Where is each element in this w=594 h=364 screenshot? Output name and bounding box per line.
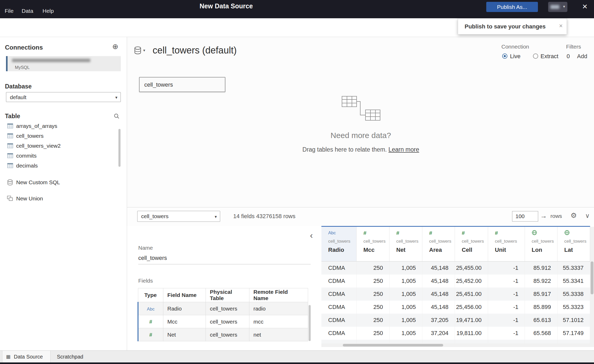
- chevron-down-icon[interactable]: ∨: [585, 212, 590, 219]
- extract-radio-label[interactable]: Extract: [541, 53, 558, 60]
- column-header-cell[interactable]: # cell_towers Cell: [455, 227, 488, 261]
- new-custom-sql-button[interactable]: New Custom SQL: [0, 178, 119, 187]
- name-label: Name: [138, 245, 153, 251]
- data-grid-toolbar: cell_towers ▾ 14 fields 43276158 rows 10…: [127, 207, 594, 226]
- sidebar-item-decimals[interactable]: decimals: [0, 161, 119, 171]
- grid-cell: 45,148: [422, 261, 455, 275]
- number-type-icon: #: [363, 230, 389, 237]
- column-header-lon[interactable]: cell_towers Lon: [525, 227, 557, 261]
- column-header-mcc[interactable]: # cell_towers Mcc: [357, 227, 389, 261]
- column-header-net[interactable]: # cell_towers Net: [389, 227, 422, 261]
- table-icon: [7, 143, 13, 149]
- grid-vertical-scrollbar[interactable]: [590, 227, 594, 347]
- new-custom-sql-label: New Custom SQL: [16, 179, 60, 186]
- field-row-radio[interactable]: Abc Radio cell_towers radio: [138, 302, 308, 315]
- menu-help[interactable]: Help: [43, 8, 54, 14]
- publish-as-button[interactable]: Publish As...: [486, 2, 538, 12]
- column-header-lat[interactable]: cell_towers Lat: [557, 227, 590, 261]
- grid-cell: 25,451.00: [455, 288, 488, 301]
- grid-cell: 55.3337: [557, 261, 590, 275]
- scrollbar-thumb[interactable]: [591, 261, 593, 294]
- row-limit-value: 100: [515, 213, 525, 219]
- tab-data-source[interactable]: ▦ Data Source: [2, 351, 51, 363]
- row-limit-apply-icon[interactable]: →: [540, 212, 547, 220]
- column-table-label: cell_towers: [462, 239, 488, 244]
- sidebar-item-cell_towers_view2[interactable]: cell_towers_view2: [0, 141, 119, 151]
- live-radio[interactable]: [502, 53, 507, 59]
- grid-cell: -1: [488, 261, 525, 275]
- column-header-radio[interactable]: Abc cell_towers Radio: [321, 227, 357, 261]
- grid-body: CDMA 250 1,005 45,148 25,455.00 -1 85.91…: [321, 261, 590, 347]
- fields-table-scrollbar[interactable]: [309, 305, 311, 341]
- learn-more-link[interactable]: Learn more: [388, 146, 419, 153]
- sidebar-item-cell_towers[interactable]: cell_towers: [0, 131, 119, 141]
- field-name-cell: Mcc: [163, 315, 206, 328]
- row-limit-input[interactable]: 100: [512, 211, 538, 222]
- number-type-icon: #: [495, 230, 525, 237]
- physical-table-cell: cell_towers: [206, 302, 249, 315]
- need-more-data-text: Need more data?: [331, 131, 391, 140]
- physical-table-cell: cell_towers: [206, 315, 249, 328]
- add-connection-icon[interactable]: ⊕: [112, 42, 118, 51]
- filters-count: 0: [567, 53, 570, 60]
- rows-label: rows: [550, 213, 562, 219]
- filters-add-button[interactable]: Add: [577, 53, 587, 60]
- chevron-down-icon: ▾: [563, 4, 565, 9]
- number-type-icon: #: [149, 319, 152, 325]
- window-close-button[interactable]: ×: [582, 1, 587, 11]
- physical-table-cell: cell_towers: [206, 328, 249, 341]
- column-name: Mcc: [363, 247, 389, 253]
- tab-scratchpad[interactable]: Scratchpad: [57, 351, 83, 363]
- user-name-redacted: [550, 5, 559, 9]
- search-icon[interactable]: [114, 113, 119, 120]
- grid-cell: 25,455.00: [455, 261, 488, 275]
- menu-file[interactable]: File: [5, 8, 14, 14]
- union-icon: [7, 196, 13, 202]
- menu-data[interactable]: Data: [22, 8, 33, 14]
- grid-horizontal-scrollbar[interactable]: [321, 343, 590, 347]
- collapse-panel-icon[interactable]: ‹: [310, 231, 313, 239]
- user-menu[interactable]: ▾: [548, 2, 567, 12]
- grid-cell: -1: [488, 314, 525, 327]
- database-select[interactable]: default ▾: [6, 92, 121, 102]
- tableau-window: File Data Help New Data Source Publish A…: [0, 0, 594, 364]
- grid-cell: -1: [488, 275, 525, 288]
- table-name: commits: [16, 153, 37, 159]
- grid-cell: 55.3338: [557, 288, 590, 301]
- datasource-title: cell_towers (default): [153, 45, 237, 56]
- field-row-mcc[interactable]: # Mcc cell_towers mcc: [138, 315, 308, 328]
- table-icon: [7, 163, 13, 169]
- chevron-down-icon[interactable]: ▾: [143, 48, 145, 53]
- grid-row: CDMA 250 1,005 45,148 25,455.00 -1 85.91…: [321, 261, 590, 275]
- field-row-net[interactable]: # Net cell_towers net: [138, 328, 308, 341]
- gear-icon[interactable]: ⚙: [571, 211, 577, 220]
- database-select-value: default: [10, 94, 26, 100]
- datasource-icon[interactable]: [134, 46, 141, 55]
- extract-radio[interactable]: [533, 53, 538, 59]
- tooltip-close-icon[interactable]: ×: [559, 22, 563, 29]
- table-node-cell_towers[interactable]: cell_towers: [139, 77, 225, 92]
- sidebar-item-arrays_of_arrays[interactable]: arrays_of_arrays: [0, 121, 119, 131]
- grid-cell: 25,452.00: [455, 275, 488, 288]
- grid-row: CDMA 250 1,005 37,205 19,471.00 -1 65.61…: [321, 314, 590, 327]
- connection-item[interactable]: MySQL: [6, 56, 121, 71]
- grid-cell: 45,148: [422, 288, 455, 301]
- grid-cell: 250: [357, 327, 389, 340]
- scrollbar-thumb[interactable]: [343, 344, 443, 347]
- grid-table-selector[interactable]: cell_towers ▾: [137, 211, 220, 222]
- sidebar-scrollbar[interactable]: [118, 129, 121, 167]
- sidebar-item-commits[interactable]: commits: [0, 151, 119, 161]
- window-bottom-edge: [0, 362, 594, 364]
- string-type-icon: Abc: [147, 307, 154, 312]
- grid-cell: 1,005: [389, 327, 422, 340]
- grid-cell: 19,471.00: [455, 314, 488, 327]
- grid-cell: 45,148: [422, 275, 455, 288]
- name-input[interactable]: cell_towers: [138, 255, 167, 261]
- column-table-label: cell_towers: [495, 239, 525, 244]
- column-header-area[interactable]: # cell_towers Area: [422, 227, 455, 261]
- tooltip-text: Publish to save your changes: [465, 23, 546, 30]
- column-header-unit[interactable]: # cell_towers Unit: [488, 227, 525, 261]
- live-radio-label[interactable]: Live: [510, 53, 520, 60]
- column-table-label: cell_towers: [396, 239, 422, 244]
- new-union-button[interactable]: New Union: [0, 195, 119, 204]
